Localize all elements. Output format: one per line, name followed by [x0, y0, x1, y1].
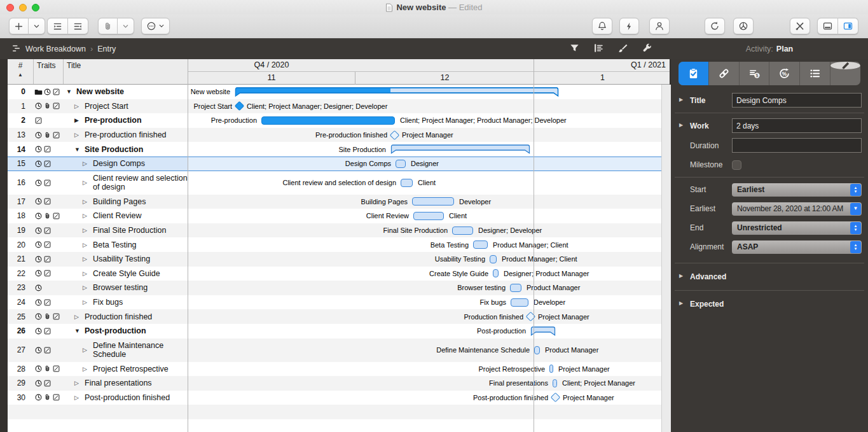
view-options-icon[interactable] [593, 43, 604, 55]
collapsed-disclosure-triangle[interactable]: ▶ [74, 116, 81, 125]
breadcrumb-item-mode[interactable]: Entry [97, 45, 116, 53]
outline-row-30[interactable]: 30▷Post-production finished [8, 391, 188, 405]
style-brush-icon[interactable] [617, 43, 628, 55]
panel-bottom-toggle[interactable] [817, 18, 838, 34]
resources-person-button[interactable] [649, 18, 670, 34]
document-proxy-icon[interactable] [385, 3, 393, 14]
column-header-title[interactable]: Title [64, 59, 188, 84]
outdent-button[interactable] [68, 18, 88, 34]
expanded-disclosure-triangle[interactable]: ▼ [66, 87, 72, 96]
attach-menu-button[interactable] [118, 18, 134, 34]
sync-button[interactable] [705, 18, 725, 34]
disclosure-triangle[interactable]: ▶ [679, 97, 683, 102]
disclosure-triangle[interactable]: ▶ [679, 300, 683, 306]
advanced-section-label[interactable]: ▶Advanced [671, 272, 732, 281]
milestone-diamond[interactable] [389, 130, 399, 140]
leaf-disclosure-triangle[interactable]: ▷ [83, 178, 89, 187]
catch-up-bolt-button[interactable] [619, 18, 639, 34]
leaf-disclosure-triangle[interactable]: ▷ [74, 393, 81, 402]
leaf-disclosure-triangle[interactable]: ▷ [83, 197, 89, 206]
title-section-label[interactable]: ▶Title [671, 96, 732, 105]
outline-row-0[interactable]: 0▼New website [8, 85, 188, 99]
task-bar[interactable] [553, 379, 557, 387]
earliest-date-field[interactable]: November 28, 2020 at 12:00 AM▼ [732, 202, 862, 216]
column-header-traits[interactable]: Traits [34, 59, 64, 84]
leaf-disclosure-triangle[interactable]: ▷ [74, 312, 81, 321]
tools-button[interactable] [790, 18, 810, 34]
task-bar[interactable] [473, 240, 488, 249]
column-header-number[interactable]: #▲ [8, 59, 34, 84]
leaf-disclosure-triangle[interactable]: ▷ [83, 159, 89, 168]
outline-row-19[interactable]: 19▷Final Site Production [8, 223, 188, 238]
leaf-disclosure-triangle[interactable]: ▷ [83, 365, 89, 373]
outline-row-28[interactable]: 28▷Project Retrospective [8, 362, 188, 377]
outline-row-21[interactable]: 21▷Usability Testing [8, 252, 188, 267]
network-diagram-button[interactable] [733, 18, 754, 34]
task-bar[interactable] [396, 160, 406, 168]
outline-row-27[interactable]: 27▷Define Maintenance Schedule [8, 338, 188, 362]
outline-row-1[interactable]: 1▷Project Start [8, 99, 188, 114]
milestone-diamond[interactable] [550, 393, 560, 403]
outline-row-20[interactable]: 20▷Beta Testing [8, 237, 188, 252]
date-dropdown-icon[interactable]: ▼ [850, 203, 861, 215]
panel-right-toggle[interactable] [838, 18, 858, 34]
task-bar[interactable] [401, 179, 413, 187]
add-task-button[interactable] [9, 18, 29, 34]
inspect-wrench-icon[interactable] [642, 43, 652, 55]
leaf-disclosure-triangle[interactable]: ▷ [83, 254, 89, 263]
task-bar[interactable] [493, 269, 499, 277]
disclosure-triangle[interactable]: ▶ [679, 273, 683, 279]
expanded-disclosure-triangle[interactable]: ▼ [74, 326, 81, 335]
breadcrumb-item-view[interactable]: Work Breakdown [25, 45, 86, 53]
leaf-disclosure-triangle[interactable]: ▷ [83, 298, 89, 307]
work-input[interactable] [732, 118, 862, 133]
tab-connections[interactable] [709, 62, 740, 85]
leaf-disclosure-triangle[interactable]: ▷ [83, 269, 89, 278]
outline-row-18[interactable]: 18▷Client Review [8, 209, 188, 223]
tab-task-info[interactable] [679, 62, 709, 85]
tab-notes[interactable] [830, 62, 860, 69]
task-bar[interactable] [549, 365, 553, 373]
outline-row-15[interactable]: 15▷Design Comps [8, 157, 188, 171]
expected-section-label[interactable]: ▶Expected [671, 300, 732, 309]
leaf-disclosure-triangle[interactable]: ▷ [74, 130, 81, 139]
tab-custom-data[interactable] [800, 62, 830, 85]
outline-row-24[interactable]: 24▷Fix bugs [8, 295, 188, 310]
attach-button[interactable] [98, 18, 118, 34]
more-actions-button[interactable] [141, 18, 170, 34]
task-bar[interactable] [511, 298, 528, 307]
duration-input[interactable] [732, 138, 862, 153]
title-input[interactable] [732, 93, 862, 108]
vertical-scrollbar[interactable] [661, 85, 671, 432]
end-popup[interactable]: Unrestricted▲▼ [732, 221, 862, 235]
outline-row-16[interactable]: 16▷Client review and selection of design [8, 171, 188, 195]
leaf-disclosure-triangle[interactable]: ▷ [74, 102, 81, 111]
disclosure-triangle[interactable]: ▶ [679, 122, 683, 128]
leaf-disclosure-triangle[interactable]: ▷ [74, 379, 81, 387]
leaf-disclosure-triangle[interactable]: ▷ [83, 283, 89, 292]
task-bar[interactable] [534, 346, 540, 354]
tab-cost[interactable]: $ [740, 62, 770, 85]
leaf-disclosure-triangle[interactable]: ▷ [83, 240, 89, 249]
task-bar[interactable] [261, 116, 395, 125]
indent-button[interactable] [47, 18, 68, 34]
group-bar[interactable] [235, 87, 559, 97]
milestone-checkbox[interactable] [732, 160, 741, 170]
task-bar[interactable] [412, 197, 454, 206]
leaf-disclosure-triangle[interactable]: ▷ [83, 345, 89, 354]
tab-effort[interactable]: % [769, 62, 800, 85]
outline-row-29[interactable]: 29▷Final presentations [8, 376, 188, 391]
task-bar[interactable] [510, 284, 521, 292]
expanded-disclosure-triangle[interactable]: ▼ [74, 145, 81, 154]
outline-row-26[interactable]: 26▼Post-production [8, 324, 188, 338]
add-task-menu-button[interactable] [29, 18, 45, 34]
milestone-diamond[interactable] [234, 101, 244, 111]
task-bar[interactable] [490, 255, 497, 263]
outline-row-13[interactable]: 13▷Pre-production finished [8, 128, 188, 143]
task-bar[interactable] [413, 212, 444, 220]
leaf-disclosure-triangle[interactable]: ▷ [83, 226, 89, 235]
notifications-bell-button[interactable] [592, 18, 612, 34]
outline-row-23[interactable]: 23▷Browser testing [8, 281, 188, 295]
task-bar[interactable] [452, 226, 473, 235]
outline-row-25[interactable]: 25▷Production finished [8, 309, 188, 324]
